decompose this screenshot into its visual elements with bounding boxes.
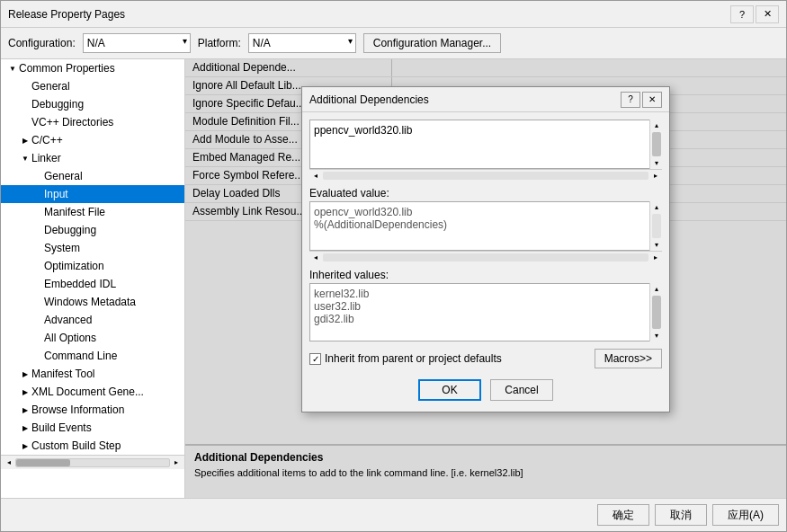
eval-scroll-up-icon[interactable]: ▴ (653, 201, 660, 213)
modal-overlay: Additional Dependencies ? ✕ (185, 59, 786, 498)
inherit-label[interactable]: ✓ Inherit from parent or project default… (309, 352, 502, 365)
modal-input-textarea[interactable] (309, 120, 662, 169)
tree-item-windows-metadata[interactable]: Windows Metadata (1, 293, 184, 311)
scroll-thumb-input (652, 132, 661, 156)
eval-scroll-thumb (652, 214, 661, 238)
evaluated-textarea[interactable] (309, 201, 662, 251)
close-button[interactable]: ✕ (756, 5, 779, 23)
tree-item-all-options[interactable]: All Options (1, 329, 184, 347)
macros-button[interactable]: Macros>> (595, 349, 662, 368)
expander-icon-custom-build-step: ▶ (19, 442, 31, 450)
tree-item-linker[interactable]: ▼Linker (1, 149, 184, 167)
evaluated-section: Evaluated value: ▴ ▾ (309, 187, 662, 263)
window-title: Release Property Pages (8, 8, 125, 21)
tree-label-linker-input: Input (44, 188, 184, 200)
tree-label-xml-document: XML Document Gene... (31, 386, 184, 398)
expander-icon-c-cpp: ▶ (19, 137, 31, 145)
modal-input-vscroll[interactable]: ▴ ▾ (649, 120, 662, 169)
platform-select[interactable]: N/A (248, 33, 356, 53)
scroll-left2-icon[interactable]: ◂ (309, 170, 322, 182)
tree-panel: ▼Common PropertiesGeneralDebuggingVC++ D… (1, 59, 185, 498)
tree-item-linker-input[interactable]: Input (1, 185, 184, 203)
scroll-left-icon[interactable]: ◂ (3, 457, 15, 469)
tree-label-optimization: Optimization (44, 260, 184, 272)
eval-scroll-left-icon[interactable]: ◂ (309, 252, 322, 263)
tree-label-linker-general: General (44, 170, 184, 182)
tree-item-build-events[interactable]: ▶Build Events (1, 419, 184, 437)
tree-h-scroll[interactable]: ◂ ▸ (1, 455, 184, 469)
tree-item-optimization[interactable]: Optimization (1, 257, 184, 275)
inherited-textarea[interactable] (309, 283, 662, 341)
expander-icon-common-properties: ▼ (6, 65, 19, 73)
tree-item-manifest-tool[interactable]: ▶Manifest Tool (1, 365, 184, 383)
tree-item-manifest-file[interactable]: Manifest File (1, 203, 184, 221)
tree-item-debugging[interactable]: Debugging (1, 95, 184, 113)
tree-item-embedded-idl[interactable]: Embedded IDL (1, 275, 184, 293)
config-select[interactable]: N/A (83, 33, 191, 53)
tree-label-vc-directories: VC++ Directories (31, 116, 184, 129)
modal-input-hscroll[interactable]: ◂ ▸ (309, 169, 662, 182)
tree-label-custom-build-step: Custom Build Step (31, 439, 184, 452)
h-scroll-thumb[interactable] (16, 459, 70, 466)
inherited-scroll-up-icon[interactable]: ▴ (653, 283, 660, 295)
inherited-label: Inherited values: (309, 269, 662, 281)
tree-label-manifest-tool: Manifest Tool (31, 368, 184, 380)
h-scroll-track[interactable] (15, 458, 170, 467)
tree-label-debugging: Debugging (31, 98, 184, 111)
apply-button[interactable]: 应用(A) (712, 504, 779, 526)
tree-item-vc-directories[interactable]: VC++ Directories (1, 113, 184, 131)
tree-label-browse-information: Browse Information (31, 403, 184, 416)
cancel-button[interactable]: 取消 (655, 504, 707, 526)
platform-label: Platform: (198, 37, 241, 49)
tree-label-linker-debugging: Debugging (44, 224, 184, 236)
tree-label-all-options: All Options (44, 332, 184, 344)
tree-item-xml-document[interactable]: ▶XML Document Gene... (1, 383, 184, 401)
modal-help-button[interactable]: ? (621, 92, 640, 108)
evaluated-label: Evaluated value: (309, 187, 662, 200)
scroll-right-icon[interactable]: ▸ (170, 457, 183, 469)
ok-button[interactable]: 确定 (597, 504, 649, 526)
tree-label-common-properties: Common Properties (19, 62, 184, 75)
scroll-right2-icon[interactable]: ▸ (649, 170, 662, 182)
tree-item-command-line[interactable]: Command Line (1, 347, 184, 365)
modal-ok-cancel: OK Cancel (309, 374, 662, 404)
modal-close-button[interactable]: ✕ (642, 92, 662, 108)
modal-title: Additional Dependencies (309, 93, 429, 106)
tree-label-manifest-file: Manifest File (44, 206, 184, 218)
inherit-checkbox[interactable]: ✓ (309, 353, 321, 365)
platform-select-wrapper[interactable]: N/A (248, 33, 356, 53)
inherited-vscroll[interactable]: ▴ ▾ (649, 283, 662, 341)
tree-item-browse-information[interactable]: ▶Browse Information (1, 401, 184, 419)
evaluated-vscroll[interactable]: ▴ ▾ (649, 201, 662, 251)
expander-icon-build-events: ▶ (19, 424, 31, 432)
tree-label-c-cpp: C/C++ (31, 134, 184, 146)
tree-item-system[interactable]: System (1, 239, 184, 257)
tree-label-command-line: Command Line (44, 350, 184, 362)
inherited-scroll-down-icon[interactable]: ▾ (653, 330, 660, 341)
modal-controls: ? ✕ (621, 92, 662, 108)
config-select-wrapper[interactable]: N/A (83, 33, 191, 53)
modal-cancel-button[interactable]: Cancel (490, 379, 553, 401)
title-bar-controls: ? ✕ (730, 5, 779, 23)
tree-item-linker-general[interactable]: General (1, 167, 184, 185)
evaluated-hscroll[interactable]: ◂ ▸ (309, 251, 662, 263)
tree-item-general[interactable]: General (1, 77, 184, 95)
main-window: Release Property Pages ? ✕ Configuration… (0, 0, 787, 532)
modal-ok-button[interactable]: OK (418, 379, 481, 401)
eval-scroll-right-icon[interactable]: ▸ (649, 252, 662, 263)
tree-item-common-properties[interactable]: ▼Common Properties (1, 59, 184, 77)
scroll-down-icon[interactable]: ▾ (653, 157, 660, 169)
tree-item-linker-debugging[interactable]: Debugging (1, 221, 184, 239)
tree-item-c-cpp[interactable]: ▶C/C++ (1, 131, 184, 149)
help-button[interactable]: ? (730, 5, 754, 23)
expander-icon-linker: ▼ (19, 155, 31, 163)
config-manager-button[interactable]: Configuration Manager... (363, 33, 501, 53)
tree-label-system: System (44, 242, 184, 254)
modal-content: ▴ ▾ ◂ ▸ (302, 112, 669, 412)
inherit-text: Inherit from parent or project defaults (325, 352, 502, 365)
eval-scroll-down-icon[interactable]: ▾ (653, 239, 660, 251)
tree-item-advanced[interactable]: Advanced (1, 311, 184, 329)
scroll-up-icon[interactable]: ▴ (653, 120, 660, 131)
scroll-track-input-h (323, 172, 648, 180)
tree-item-custom-build-step[interactable]: ▶Custom Build Step (1, 437, 184, 455)
